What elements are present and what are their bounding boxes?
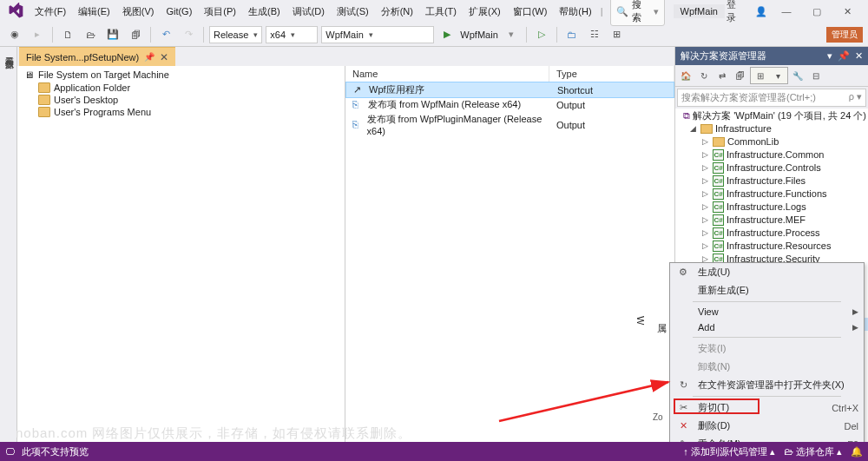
menu-analyze[interactable]: 分析(N): [376, 3, 418, 21]
expand-icon[interactable]: ▷: [700, 161, 710, 175]
project-node[interactable]: ▷C#Infrastructure.Logs: [675, 201, 868, 214]
project-node[interactable]: ▷C#Infrastructure.Controls: [675, 161, 868, 175]
tab-filesystem[interactable]: File System...pfSetupNew) 📌 ✕: [19, 47, 175, 66]
menu-edit[interactable]: 编辑(E): [73, 3, 115, 21]
pin-icon[interactable]: 📌: [838, 50, 850, 62]
menu-file[interactable]: 文件(F): [30, 3, 71, 21]
config-select[interactable]: Release▾: [209, 26, 262, 43]
file-row[interactable]: ⎘发布项 from WpfPluginManager (Release x64)…: [345, 112, 674, 137]
menu-test[interactable]: 测试(S): [332, 3, 374, 21]
ctx-cut[interactable]: ✂剪切(T)Ctrl+X: [670, 398, 864, 417]
ctx-build[interactable]: ⚙生成(U): [670, 263, 864, 281]
expand-icon[interactable]: ▷: [700, 227, 710, 240]
start-button[interactable]: ▶: [437, 25, 457, 44]
menu-build[interactable]: 生成(B): [243, 3, 286, 21]
search-icon: 🔍: [616, 6, 628, 17]
home-button[interactable]: 🏠: [677, 68, 694, 83]
file-row[interactable]: ⎘发布项 from WpfMain (Release x64) Output: [345, 97, 674, 112]
col-name[interactable]: Name: [345, 66, 549, 82]
fs-desktop[interactable]: User's Desktop: [17, 94, 345, 106]
ctx-open-explorer[interactable]: ↻在文件资源管理器中打开文件夹(X): [670, 376, 864, 394]
menu-project[interactable]: 项目(P): [199, 3, 241, 21]
collapse-button[interactable]: ⇄: [713, 68, 731, 83]
tb-misc3[interactable]: ⊞: [608, 25, 627, 44]
fs-root[interactable]: 🖥 File System on Target Machine: [17, 68, 345, 82]
expand-icon[interactable]: ▷: [700, 214, 710, 227]
menu-extensions[interactable]: 扩展(X): [464, 3, 506, 21]
save-all-button[interactable]: 🗐: [126, 25, 145, 44]
project-node[interactable]: ▷CommonLib: [675, 135, 868, 148]
user-icon[interactable]: 👤: [755, 6, 767, 17]
expand-icon[interactable]: ▷: [700, 188, 710, 201]
minimize-button[interactable]: —: [774, 3, 798, 20]
notifications-icon[interactable]: 🔔: [851, 446, 863, 458]
status-message: 此项不支持预览: [22, 445, 89, 458]
properties-button[interactable]: 🔧: [789, 68, 806, 83]
tb-misc2[interactable]: ☷: [585, 25, 604, 44]
fs-app-folder[interactable]: Application Folder: [17, 82, 345, 94]
git-add-button[interactable]: ↑ 添加到源代码管理 ▴: [683, 445, 775, 458]
collapse-icon[interactable]: ◢: [687, 122, 698, 135]
pin-icon[interactable]: 📌: [144, 52, 155, 62]
login-link[interactable]: 登录: [727, 0, 745, 24]
project-node[interactable]: ▷C#Infrastructure.Process: [675, 227, 868, 240]
ctx-install: 安装(I): [670, 339, 864, 358]
view-group[interactable]: ⊞▾: [750, 67, 788, 84]
solution-toolbar: 🏠 ↻ ⇄ 🗐 ⊞▾ 🔧 ⊟: [675, 65, 868, 87]
maximize-button[interactable]: ▢: [806, 3, 829, 20]
menu-help[interactable]: 帮助(H): [554, 3, 596, 21]
start-chevron[interactable]: ▾: [502, 25, 521, 44]
expand-icon[interactable]: ▷: [700, 135, 710, 148]
folder-icon: [38, 82, 50, 93]
project-node[interactable]: ▷C#Infrastructure.Functions: [675, 188, 868, 201]
platform-select[interactable]: x64▾: [266, 26, 318, 43]
new-button[interactable]: 🗋: [58, 25, 77, 44]
expand-icon[interactable]: ▷: [700, 175, 710, 188]
solution-root[interactable]: ⧉解决方案 'WpfMain' (19 个项目, 共 24 个): [675, 109, 868, 122]
expand-icon[interactable]: ▷: [700, 148, 710, 161]
project-node[interactable]: ▷C#Infrastructure.Resources: [675, 240, 868, 253]
nav-fwd-button[interactable]: ▸: [28, 25, 47, 44]
project-node[interactable]: ▷C#Infrastructure.Files: [675, 175, 868, 188]
menu-view[interactable]: 视图(V): [117, 3, 160, 21]
fs-programs-menu[interactable]: User's Programs Menu: [17, 106, 345, 118]
repo-select[interactable]: 🗁 选择仓库 ▴: [784, 445, 842, 458]
tab-close-icon[interactable]: ✕: [160, 51, 168, 63]
close-button[interactable]: ✕: [836, 3, 859, 20]
search-label: 搜索: [632, 0, 650, 24]
solution-explorer-title[interactable]: 解决方案资源管理器 ▾📌✕: [675, 47, 868, 65]
search-clear-icon[interactable]: ρ ▾: [849, 91, 862, 104]
file-row[interactable]: ↗Wpf应用程序 Shortcut: [345, 82, 674, 98]
expand-icon[interactable]: ▷: [700, 201, 710, 214]
nav-back-button[interactable]: ◉: [5, 25, 24, 44]
showall-button[interactable]: 🗐: [732, 68, 749, 83]
ctx-rebuild[interactable]: 重新生成(E): [670, 281, 864, 300]
sync-button[interactable]: ↻: [695, 68, 713, 83]
start-label[interactable]: WpfMain: [460, 30, 497, 40]
start-nodebug-button[interactable]: ▷: [532, 25, 551, 44]
menu-git[interactable]: Git(G): [161, 3, 197, 19]
menu-tools[interactable]: 工具(T): [420, 3, 462, 21]
startup-select[interactable]: WpfMain▾: [321, 26, 434, 43]
solution-search[interactable]: 搜索解决方案资源管理器(Ctrl+;) ρ ▾: [677, 89, 866, 107]
project-node[interactable]: ▷C#Infrastructure.MEF: [675, 214, 868, 227]
close-icon[interactable]: ✕: [855, 50, 863, 62]
left-rail[interactable]: 工具箱 数据源: [0, 47, 17, 442]
undo-button[interactable]: ↶: [156, 25, 175, 44]
search-box[interactable]: 🔍 搜索 ▾: [610, 0, 665, 26]
col-type[interactable]: Type: [549, 66, 674, 82]
menu-debug[interactable]: 调试(D): [287, 3, 330, 21]
folder-icon: [38, 107, 50, 117]
folder-infrastructure[interactable]: ◢Infrastructure: [675, 122, 868, 135]
project-node[interactable]: ▷C#Infrastructure.Common: [675, 148, 868, 161]
dropdown-icon[interactable]: ▾: [827, 50, 832, 62]
ctx-view[interactable]: View▶: [670, 304, 864, 319]
save-button[interactable]: 💾: [103, 25, 122, 44]
redo-button[interactable]: ↷: [179, 25, 198, 44]
open-button[interactable]: 🗁: [81, 25, 100, 44]
menu-window[interactable]: 窗口(W): [508, 3, 553, 21]
tb-misc1[interactable]: 🗀: [562, 25, 582, 44]
ctx-add[interactable]: Add▶: [670, 319, 864, 335]
expand-icon[interactable]: ▷: [700, 240, 710, 253]
preview-button[interactable]: ⊟: [807, 68, 825, 83]
